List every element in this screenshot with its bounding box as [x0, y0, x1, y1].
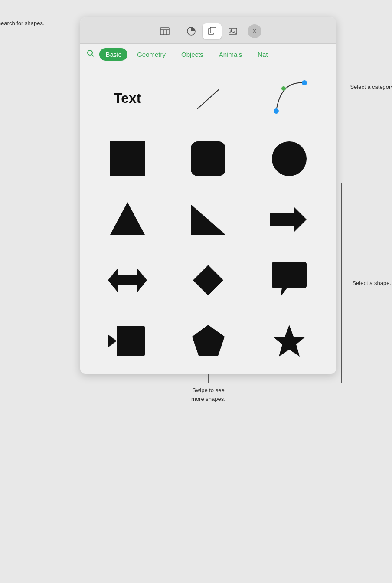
svg-rect-16 [191, 141, 225, 176]
svg-point-8 [230, 29, 232, 31]
shape-square[interactable] [89, 133, 166, 185]
bottom-annotation-wrap: Swipe to seemore shapes. [191, 374, 225, 403]
svg-line-10 [92, 55, 94, 57]
shapes-panel: × Basic Geometry Objects Animals Nat [80, 17, 336, 374]
text-shape-label: Text [114, 90, 141, 106]
svg-rect-23 [117, 326, 145, 356]
shape-rounded-square[interactable] [170, 133, 247, 185]
toolbar-divider-1 [178, 26, 178, 36]
category-annotation: Select a category. [341, 77, 392, 96]
search-annotation-text: Search for shapes. [0, 20, 45, 26]
search-icon[interactable] [86, 49, 95, 60]
close-button[interactable]: × [248, 24, 261, 38]
search-annotation-line [75, 20, 75, 41]
shape-arrow-right[interactable] [251, 193, 328, 246]
shape-double-arrow[interactable] [89, 254, 166, 306]
shape-bracket-line [341, 183, 342, 383]
svg-marker-22 [193, 265, 223, 295]
svg-line-11 [197, 89, 219, 109]
svg-marker-19 [191, 204, 225, 235]
select-category-label: Select a category. [347, 84, 392, 90]
shape-text[interactable]: Text [89, 72, 166, 124]
svg-rect-0 [160, 28, 169, 35]
category-geometry[interactable]: Geometry [131, 48, 172, 61]
svg-point-17 [272, 141, 307, 176]
category-animals[interactable]: Animals [213, 48, 248, 61]
shape-line[interactable] [170, 72, 247, 124]
chart-button[interactable] [182, 23, 201, 39]
shape-arrow-box[interactable] [89, 315, 166, 367]
shape-pentagon[interactable] [170, 315, 247, 367]
bottom-annotation-line [208, 374, 209, 383]
svg-marker-18 [110, 202, 145, 235]
shape-circle[interactable] [251, 133, 328, 185]
shapes-grid: Text [89, 72, 327, 367]
svg-rect-15 [110, 141, 145, 176]
table-button[interactable] [155, 23, 174, 39]
svg-marker-21 [108, 269, 147, 292]
svg-point-12 [302, 80, 307, 85]
svg-point-13 [281, 86, 286, 91]
media-button[interactable] [223, 23, 242, 39]
select-shape-label: Select a shape. [350, 280, 391, 286]
shapes-area: Text [80, 65, 336, 374]
svg-marker-20 [270, 206, 307, 233]
svg-point-14 [274, 108, 279, 114]
shapes-button[interactable] [203, 23, 222, 39]
shape-annotation-label-wrap: Select a shape. [345, 183, 391, 383]
shape-mid-tick [345, 283, 350, 283]
main-container: Search for shapes. [0, 17, 392, 403]
svg-rect-6 [210, 27, 216, 33]
svg-point-9 [88, 50, 92, 55]
category-objects[interactable]: Objects [175, 48, 209, 61]
shape-diamond[interactable] [170, 254, 247, 306]
toolbar: × [80, 17, 336, 44]
category-bar: Basic Geometry Objects Animals Nat [80, 44, 336, 65]
shape-star[interactable] [251, 315, 328, 367]
shape-triangle-right[interactable] [170, 193, 247, 246]
shape-speech-bubble[interactable] [251, 254, 328, 306]
swipe-annotation: Swipe to seemore shapes. [191, 386, 225, 403]
shape-curve[interactable] [251, 72, 328, 124]
svg-marker-24 [108, 334, 117, 347]
category-nature[interactable]: Nat [252, 48, 274, 61]
right-annotations: Select a category. Select a shape. [341, 17, 392, 383]
search-annotation-tick [70, 41, 75, 41]
category-basic[interactable]: Basic [99, 48, 127, 61]
category-annotation-tick [341, 87, 347, 87]
shape-bracket-container: Select a shape. [341, 183, 391, 383]
close-icon: × [252, 28, 256, 35]
svg-marker-26 [273, 325, 306, 357]
svg-marker-25 [192, 325, 225, 356]
shape-triangle-equilateral[interactable] [89, 193, 166, 246]
